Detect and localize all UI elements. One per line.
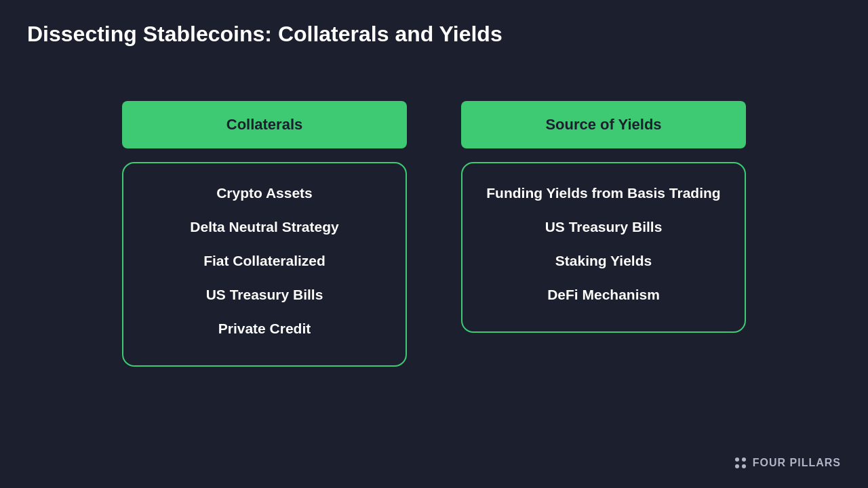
branding-dot bbox=[735, 458, 739, 462]
main-content: Collaterals Crypto Assets Delta Neutral … bbox=[0, 74, 868, 394]
list-item: US Treasury Bills bbox=[144, 279, 385, 311]
list-item: Fiat Collateralized bbox=[144, 245, 385, 277]
page-title: Dissecting Stablecoins: Collaterals and … bbox=[0, 0, 868, 60]
list-item: Staking Yields bbox=[483, 245, 724, 277]
branding-dot bbox=[735, 464, 739, 468]
source-of-yields-column: Source of Yields Funding Yields from Bas… bbox=[461, 101, 746, 367]
branding-dot bbox=[742, 464, 746, 468]
source-of-yields-header-box: Source of Yields bbox=[461, 101, 746, 148]
collaterals-column: Collaterals Crypto Assets Delta Neutral … bbox=[122, 101, 407, 367]
list-item: Funding Yields from Basis Trading bbox=[483, 177, 724, 209]
list-item: Private Credit bbox=[144, 312, 385, 345]
source-of-yields-header-title: Source of Yields bbox=[545, 116, 661, 133]
branding: FOUR PILLARS bbox=[735, 457, 841, 469]
list-item: Delta Neutral Strategy bbox=[144, 211, 385, 243]
list-item: US Treasury Bills bbox=[483, 211, 724, 243]
list-item: Crypto Assets bbox=[144, 177, 385, 209]
source-of-yields-items-box: Funding Yields from Basis Trading US Tre… bbox=[461, 162, 746, 333]
collaterals-header-box: Collaterals bbox=[122, 101, 407, 148]
branding-text: FOUR PILLARS bbox=[753, 457, 841, 469]
collaterals-header-title: Collaterals bbox=[226, 116, 303, 133]
branding-dot bbox=[742, 458, 746, 462]
branding-dots-icon bbox=[735, 458, 746, 468]
collaterals-items-box: Crypto Assets Delta Neutral Strategy Fia… bbox=[122, 162, 407, 367]
list-item: DeFi Mechanism bbox=[483, 279, 724, 311]
